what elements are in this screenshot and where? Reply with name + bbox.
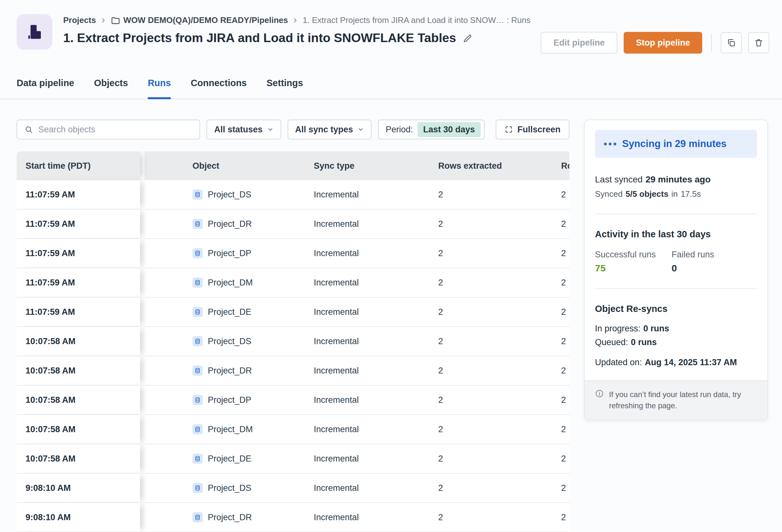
cell-start-time: 10:07:58 AM	[16, 327, 140, 356]
object-name: Project_DR	[208, 219, 252, 229]
table-row[interactable]: 10:07:58 AM Project_DP Incremental 2	[16, 386, 569, 415]
chevron-down-icon	[267, 126, 274, 133]
database-icon	[192, 277, 203, 288]
database-icon	[192, 219, 203, 229]
actions-divider	[711, 34, 712, 52]
table-row[interactable]: 9:08:10 AM Project_DR Incremental 2	[16, 503, 569, 532]
failed-runs-stat: Failed runs 0	[672, 250, 757, 274]
delete-pipeline-button[interactable]	[748, 32, 769, 53]
breadcrumb-folder-segment[interactable]: WOW DEMO(QA)/DEMO READY/Pipelines	[111, 15, 288, 25]
breadcrumb: Projects WOW DEMO(QA)/DEMO READY/Pipelin…	[63, 15, 530, 25]
fullscreen-button[interactable]: Fullscreen	[496, 120, 569, 139]
object-name: Project_DS	[208, 190, 251, 200]
cell-rows-loaded: 2	[561, 180, 569, 209]
cell-object: Project_DM	[145, 415, 314, 444]
column-header-object: Object	[145, 152, 314, 180]
object-name: Project_DS	[208, 483, 251, 493]
column-header-start-time: Start time (PDT)	[16, 152, 140, 180]
queued-value: 0 runs	[631, 337, 657, 347]
table-row[interactable]: 11:07:59 AM Project_DM Incremental 2	[16, 268, 569, 298]
table-row[interactable]: 10:07:58 AM Project_DE Incremental 2	[16, 444, 569, 473]
duplicate-pipeline-button[interactable]	[721, 32, 742, 53]
cell-object: Project_DS	[145, 473, 314, 502]
period-filter[interactable]: Period: Last 30 days	[378, 120, 485, 139]
cell-rows-extracted: 2	[438, 444, 561, 473]
last-synced-value: 29 minutes ago	[645, 175, 711, 185]
synced-summary-line: Synced 5/5 objects in 17.5s	[595, 189, 757, 199]
cell-rows-loaded: 2	[561, 386, 569, 414]
edit-title-button[interactable]	[462, 33, 473, 43]
table-row[interactable]: 10:07:58 AM Project_DS Incremental 2	[16, 327, 569, 356]
cell-object: Project_DS	[145, 327, 314, 356]
search-icon	[24, 125, 33, 134]
cell-object: Project_DE	[145, 298, 314, 326]
cell-rows-extracted: 2	[438, 356, 561, 385]
row-rest: Project_DR Incremental 2 2	[145, 356, 569, 386]
sync-status-card: Syncing in 29 minutes Last synced 29 min…	[584, 120, 768, 420]
object-name: Project_DM	[208, 424, 253, 434]
cell-sync-type: Incremental	[314, 415, 438, 444]
cell-sync-type: Incremental	[314, 473, 438, 502]
database-icon	[192, 189, 203, 200]
queued-line: Queued: 0 runs	[595, 337, 757, 347]
cell-start-time: 11:07:59 AM	[16, 180, 140, 210]
cell-start-time: 11:07:59 AM	[16, 239, 140, 268]
search-input[interactable]	[38, 125, 192, 135]
row-rest: Project_DR Incremental 2 2	[145, 210, 569, 239]
row-rest: Project_DP Incremental 2 2	[145, 239, 569, 268]
table-row[interactable]: 10:07:58 AM Project_DR Incremental 2	[16, 356, 569, 386]
cell-rows-extracted: 2	[438, 503, 561, 532]
object-name: Project_DS	[208, 337, 251, 346]
cell-start-time: 10:07:58 AM	[16, 356, 140, 386]
cell-sync-type: Incremental	[314, 210, 438, 238]
database-icon	[192, 336, 203, 346]
tab[interactable]: Data pipeline	[16, 68, 74, 99]
tab[interactable]: Objects	[94, 68, 128, 99]
failed-runs-label: Failed runs	[672, 250, 757, 260]
edit-pipeline-button[interactable]: Edit pipeline	[541, 32, 617, 53]
object-resyncs-title: Object Re-syncs	[595, 304, 757, 314]
cell-rows-loaded: 2	[561, 239, 569, 268]
copy-icon	[726, 38, 736, 47]
breadcrumb-pipelines-path[interactable]: WOW DEMO(QA)/DEMO READY/Pipelines	[123, 15, 288, 25]
cell-object: Project_DP	[145, 239, 314, 268]
cell-rows-loaded: 2	[561, 444, 569, 473]
table-row[interactable]: 11:07:59 AM Project_DS Incremental 2	[16, 180, 569, 210]
object-name: Project_DM	[208, 278, 253, 288]
header-main: Projects WOW DEMO(QA)/DEMO READY/Pipelin…	[63, 14, 530, 45]
chevron-down-icon	[357, 126, 364, 133]
table-row[interactable]: 11:07:59 AM Project_DP Incremental 2	[16, 239, 569, 268]
row-rest: Project_DM Incremental 2 2	[145, 415, 569, 444]
table-row[interactable]: 10:07:58 AM Project_DM Incremental 2	[16, 415, 569, 444]
table-row[interactable]: 9:08:10 AM Project_DS Incremental 2	[16, 473, 569, 503]
sync-type-filter-dropdown[interactable]: All sync types	[288, 120, 372, 139]
tab[interactable]: Connections	[190, 68, 247, 99]
search-box[interactable]	[16, 120, 200, 139]
tab[interactable]: Runs	[148, 68, 171, 99]
page-title: 1. Extract Projects from JIRA and Load i…	[63, 31, 456, 45]
cell-rows-loaded: 2	[561, 415, 569, 444]
breadcrumb-projects[interactable]: Projects	[63, 15, 96, 25]
pipeline-runs-page: Projects WOW DEMO(QA)/DEMO READY/Pipelin…	[0, 0, 782, 532]
table-body: 11:07:59 AM Project_DS Incremental 2	[16, 180, 569, 532]
synced-mid: in	[671, 189, 678, 199]
cell-rows-loaded: 2	[561, 268, 569, 297]
pipe-elbow-glyph	[25, 23, 44, 41]
cell-rows-loaded: 2	[561, 473, 569, 502]
cell-start-time: 11:07:59 AM	[16, 298, 140, 327]
database-icon	[192, 395, 203, 405]
cell-sync-type: Incremental	[314, 268, 438, 297]
tab[interactable]: Settings	[266, 68, 303, 99]
last-synced-label: Last synced	[595, 175, 642, 185]
row-rest: Project_DP Incremental 2 2	[145, 386, 569, 415]
cell-object: Project_DM	[145, 268, 314, 297]
trash-icon	[754, 38, 763, 47]
header-actions: Edit pipeline Stop pipeline	[541, 32, 769, 53]
table-row[interactable]: 11:07:59 AM Project_DR Incremental 2	[16, 210, 569, 239]
table-row[interactable]: 11:07:59 AM Project_DE Incremental 2	[16, 298, 569, 327]
cell-start-time: 9:08:10 AM	[16, 503, 140, 532]
stop-pipeline-button[interactable]: Stop pipeline	[624, 32, 702, 53]
cell-start-time: 11:07:59 AM	[16, 268, 140, 298]
status-filter-dropdown[interactable]: All statuses	[207, 120, 281, 139]
cell-rows-loaded: 2	[561, 503, 569, 532]
